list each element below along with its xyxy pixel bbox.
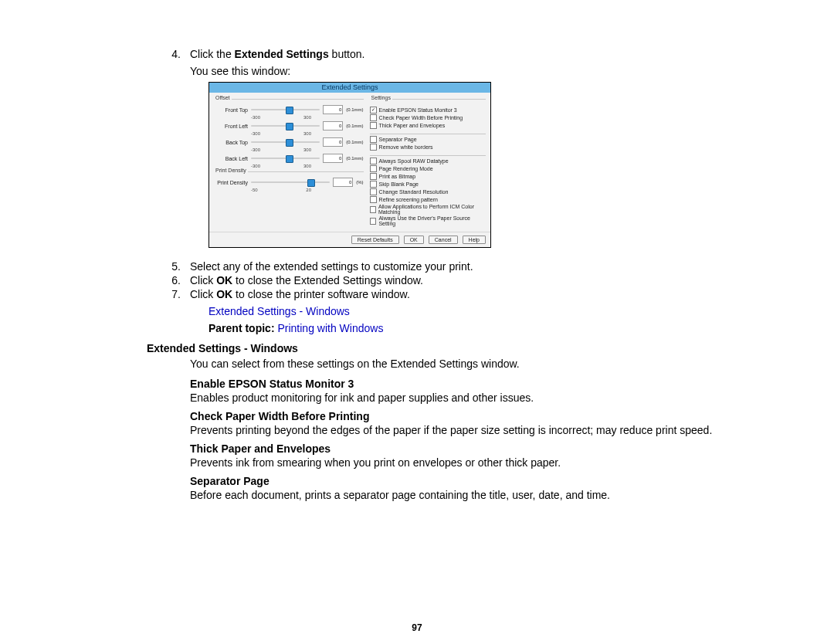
checkbox-spool-raw[interactable]: Always Spool RAW Datatype: [370, 158, 486, 164]
group-settings: Settings: [370, 95, 392, 100]
slider-unit-back-top: (0.1mm): [346, 140, 363, 144]
step-number: 4.: [147, 48, 181, 77]
slider-label-front-top: Front Top: [214, 107, 248, 113]
slider-value-density[interactable]: 0: [333, 178, 353, 187]
step6-emph: OK: [216, 274, 232, 286]
page-number: 97: [0, 622, 834, 633]
slider-label-back-top: Back Top: [214, 140, 248, 145]
checkbox-change-resolution[interactable]: Change Standard Resolution: [370, 188, 486, 195]
ordered-steps: 4. Click the Extended Settings button. Y…: [147, 48, 757, 77]
slider-value-back-top[interactable]: 0: [323, 137, 343, 147]
slider-back-top[interactable]: [251, 141, 320, 143]
parent-topic-label: Parent topic:: [208, 322, 275, 334]
slider-label-density: Print Density: [214, 180, 248, 185]
group-offset: Offset: [214, 95, 232, 100]
def-heading: Enable EPSON Status Monitor 3: [190, 378, 757, 390]
def-body: Prevents ink from smearing when you prin…: [190, 456, 757, 469]
def-body: Enables product monitoring for ink and p…: [190, 391, 757, 404]
checkbox-enable-status-monitor[interactable]: Enable EPSON Status Monitor 3: [370, 107, 486, 114]
def-body: Before each document, prints a separator…: [190, 489, 757, 501]
def-heading: Thick Paper and Envelopes: [190, 442, 757, 455]
help-button[interactable]: Help: [463, 236, 486, 244]
checkbox-icm-matching[interactable]: Allow Applications to Perform ICM Color …: [370, 204, 486, 215]
dialog-title: Extended Settings: [209, 83, 490, 93]
checkbox-paper-source[interactable]: Always Use the Driver's Paper Source Set…: [370, 215, 486, 226]
slider-back-left[interactable]: [251, 158, 320, 159]
step5-text: Select any of the extended settings to c…: [190, 260, 757, 273]
slider-density[interactable]: [251, 181, 330, 183]
step7-emph: OK: [216, 288, 232, 300]
slider-front-left[interactable]: [251, 125, 320, 127]
checkbox-print-bitmap[interactable]: Print as Bitmap: [370, 173, 486, 180]
checkbox-skip-blank[interactable]: Skip Blank Page: [370, 181, 486, 188]
slider-unit-front-left: (0.1mm): [346, 124, 363, 128]
checkbox-page-rendering[interactable]: Page Rendering Mode: [370, 165, 486, 172]
ok-button[interactable]: OK: [404, 236, 424, 244]
slider-unit-front-top: (0.1mm): [346, 107, 363, 112]
slider-value-front-left[interactable]: 0: [323, 121, 343, 130]
step7-prefix: Click: [190, 288, 216, 300]
step6-prefix: Click: [190, 274, 216, 286]
step4-line2: You see this window:: [190, 65, 757, 77]
slider-label-front-left: Front Left: [214, 124, 248, 129]
checkbox-check-paper-width[interactable]: Check Paper Width Before Printing: [370, 114, 486, 121]
slider-front-top[interactable]: [251, 109, 320, 110]
checkbox-separator-page[interactable]: Separator Page: [370, 136, 486, 143]
step-number: 6.: [147, 274, 181, 286]
step-number: 7.: [147, 288, 181, 300]
link-extended-settings-windows[interactable]: Extended Settings - Windows: [208, 305, 350, 317]
checkbox-thick-paper[interactable]: Thick Paper and Envelopes: [370, 122, 486, 129]
step4-text-prefix: Click the: [190, 48, 235, 60]
slider-value-front-top[interactable]: 0: [323, 105, 343, 114]
step6-suffix: to close the Extended Settings window.: [232, 274, 423, 286]
step7-suffix: to close the printer software window.: [232, 288, 410, 300]
section-intro: You can select from these settings on th…: [190, 358, 757, 370]
step4-text-suffix: button.: [329, 48, 365, 60]
slider-label-back-left: Back Left: [214, 156, 248, 161]
cancel-button[interactable]: Cancel: [429, 236, 458, 244]
link-printing-with-windows[interactable]: Printing with Windows: [277, 322, 383, 334]
slider-unit-density: (%): [356, 180, 363, 185]
slider-value-back-left[interactable]: 0: [323, 154, 343, 163]
def-heading: Check Paper Width Before Printing: [190, 410, 757, 422]
def-heading: Separator Page: [190, 475, 757, 487]
checkbox-remove-white-borders[interactable]: Remove white borders: [370, 144, 486, 151]
slider-unit-back-left: (0.1mm): [346, 156, 363, 161]
checkbox-refine-screening[interactable]: Refine screening pattern: [370, 196, 486, 203]
reset-defaults-button[interactable]: Reset Defaults: [351, 236, 399, 244]
step-number: 5.: [147, 260, 181, 273]
def-body: Prevents printing beyond the edges of th…: [190, 424, 757, 436]
section-heading: Extended Settings - Windows: [147, 342, 757, 354]
group-density: Print Density: [214, 168, 248, 173]
step4-emph: Extended Settings: [235, 48, 329, 60]
extended-settings-dialog: Extended Settings Offset Front Top 0 (0.…: [208, 82, 491, 248]
